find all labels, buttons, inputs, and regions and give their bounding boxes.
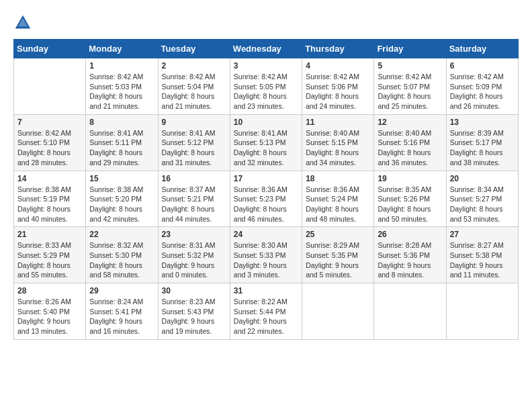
day-info: Sunrise: 8:27 AMSunset: 5:38 PMDaylight:…	[450, 240, 515, 280]
day-number: 31	[234, 286, 298, 295]
calendar-cell: 6Sunrise: 8:42 AMSunset: 5:09 PMDaylight…	[446, 58, 518, 115]
calendar-cell: 14Sunrise: 8:38 AMSunset: 5:19 PMDayligh…	[14, 171, 86, 227]
day-number: 25	[306, 230, 370, 239]
day-number: 6	[450, 61, 515, 71]
day-number: 13	[450, 118, 515, 127]
logo	[13, 13, 35, 32]
day-info: Sunrise: 8:36 AMSunset: 5:23 PMDaylight:…	[234, 185, 298, 224]
day-info: Sunrise: 8:42 AMSunset: 5:09 PMDaylight:…	[450, 72, 515, 111]
day-number: 8	[89, 118, 154, 127]
day-info: Sunrise: 8:42 AMSunset: 5:07 PMDaylight:…	[378, 72, 442, 111]
day-number: 18	[306, 174, 370, 183]
calendar-cell: 7Sunrise: 8:42 AMSunset: 5:10 PMDaylight…	[14, 114, 86, 171]
day-info: Sunrise: 8:42 AMSunset: 5:04 PMDaylight:…	[162, 72, 226, 111]
calendar-header-cell: Friday	[374, 40, 446, 58]
day-info: Sunrise: 8:22 AMSunset: 5:44 PMDaylight:…	[234, 297, 298, 336]
day-info: Sunrise: 8:23 AMSunset: 5:43 PMDaylight:…	[162, 297, 226, 336]
calendar-cell: 16Sunrise: 8:37 AMSunset: 5:21 PMDayligh…	[158, 171, 230, 227]
day-info: Sunrise: 8:34 AMSunset: 5:27 PMDaylight:…	[450, 185, 515, 224]
calendar-body: 1Sunrise: 8:42 AMSunset: 5:03 PMDaylight…	[14, 58, 519, 340]
day-number: 27	[450, 230, 515, 239]
day-number: 15	[89, 174, 154, 183]
day-info: Sunrise: 8:39 AMSunset: 5:17 PMDaylight:…	[450, 128, 515, 168]
day-number: 30	[162, 286, 226, 295]
calendar-header-cell: Sunday	[14, 40, 86, 58]
page-header	[13, 13, 519, 32]
calendar-header-row: SundayMondayTuesdayWednesdayThursdayFrid…	[14, 40, 519, 58]
calendar-cell: 23Sunrise: 8:31 AMSunset: 5:32 PMDayligh…	[158, 227, 230, 283]
day-number: 9	[162, 118, 226, 127]
day-info: Sunrise: 8:40 AMSunset: 5:16 PMDaylight:…	[378, 128, 442, 168]
day-info: Sunrise: 8:35 AMSunset: 5:26 PMDaylight:…	[378, 185, 442, 224]
day-info: Sunrise: 8:40 AMSunset: 5:15 PMDaylight:…	[306, 128, 370, 168]
day-info: Sunrise: 8:26 AMSunset: 5:40 PMDaylight:…	[17, 297, 82, 336]
day-info: Sunrise: 8:33 AMSunset: 5:29 PMDaylight:…	[17, 240, 82, 280]
day-number: 14	[17, 174, 82, 183]
day-info: Sunrise: 8:41 AMSunset: 5:13 PMDaylight:…	[234, 128, 298, 168]
calendar-week-row: 7Sunrise: 8:42 AMSunset: 5:10 PMDaylight…	[14, 114, 519, 171]
calendar-cell: 11Sunrise: 8:40 AMSunset: 5:15 PMDayligh…	[302, 114, 374, 171]
day-info: Sunrise: 8:36 AMSunset: 5:24 PMDaylight:…	[306, 185, 370, 224]
day-number: 21	[17, 230, 82, 239]
calendar-header-cell: Saturday	[446, 40, 518, 58]
calendar-week-row: 14Sunrise: 8:38 AMSunset: 5:19 PMDayligh…	[14, 171, 519, 227]
calendar-cell	[14, 58, 86, 115]
calendar-header-cell: Tuesday	[158, 40, 230, 58]
day-info: Sunrise: 8:41 AMSunset: 5:12 PMDaylight:…	[162, 128, 226, 168]
calendar-cell: 1Sunrise: 8:42 AMSunset: 5:03 PMDaylight…	[86, 58, 158, 115]
day-number: 2	[162, 61, 226, 71]
calendar-header-cell: Monday	[86, 40, 158, 58]
day-info: Sunrise: 8:32 AMSunset: 5:30 PMDaylight:…	[89, 240, 154, 280]
calendar-table: SundayMondayTuesdayWednesdayThursdayFrid…	[13, 39, 519, 340]
day-info: Sunrise: 8:30 AMSunset: 5:33 PMDaylight:…	[234, 240, 298, 280]
day-info: Sunrise: 8:42 AMSunset: 5:10 PMDaylight:…	[17, 128, 82, 168]
calendar-week-row: 21Sunrise: 8:33 AMSunset: 5:29 PMDayligh…	[14, 227, 519, 283]
calendar-header-cell: Wednesday	[230, 40, 302, 58]
calendar-cell: 17Sunrise: 8:36 AMSunset: 5:23 PMDayligh…	[230, 171, 302, 227]
day-number: 29	[89, 286, 154, 295]
calendar-cell: 10Sunrise: 8:41 AMSunset: 5:13 PMDayligh…	[230, 114, 302, 171]
calendar-cell: 31Sunrise: 8:22 AMSunset: 5:44 PMDayligh…	[230, 283, 302, 340]
calendar-cell: 29Sunrise: 8:24 AMSunset: 5:41 PMDayligh…	[86, 283, 158, 340]
calendar-cell: 25Sunrise: 8:29 AMSunset: 5:35 PMDayligh…	[302, 227, 374, 283]
calendar-cell: 30Sunrise: 8:23 AMSunset: 5:43 PMDayligh…	[158, 283, 230, 340]
generalblue-logo-icon	[13, 13, 32, 32]
day-number: 17	[234, 174, 298, 183]
calendar-cell: 13Sunrise: 8:39 AMSunset: 5:17 PMDayligh…	[446, 114, 518, 171]
calendar-cell: 5Sunrise: 8:42 AMSunset: 5:07 PMDaylight…	[374, 58, 446, 115]
day-number: 1	[89, 61, 154, 71]
calendar-cell	[374, 283, 446, 340]
day-number: 28	[17, 286, 82, 295]
day-info: Sunrise: 8:38 AMSunset: 5:19 PMDaylight:…	[17, 185, 82, 224]
day-number: 19	[378, 174, 442, 183]
day-number: 5	[378, 61, 442, 71]
day-info: Sunrise: 8:38 AMSunset: 5:20 PMDaylight:…	[89, 185, 154, 224]
day-number: 12	[378, 118, 442, 127]
day-number: 23	[162, 230, 226, 239]
calendar-week-row: 28Sunrise: 8:26 AMSunset: 5:40 PMDayligh…	[14, 283, 519, 340]
calendar-cell: 4Sunrise: 8:42 AMSunset: 5:06 PMDaylight…	[302, 58, 374, 115]
day-info: Sunrise: 8:29 AMSunset: 5:35 PMDaylight:…	[306, 240, 370, 280]
day-number: 10	[234, 118, 298, 127]
day-number: 7	[17, 118, 82, 127]
calendar-cell: 24Sunrise: 8:30 AMSunset: 5:33 PMDayligh…	[230, 227, 302, 283]
day-number: 16	[162, 174, 226, 183]
calendar-cell: 3Sunrise: 8:42 AMSunset: 5:05 PMDaylight…	[230, 58, 302, 115]
calendar-cell: 9Sunrise: 8:41 AMSunset: 5:12 PMDaylight…	[158, 114, 230, 171]
day-number: 4	[306, 61, 370, 71]
calendar-cell: 2Sunrise: 8:42 AMSunset: 5:04 PMDaylight…	[158, 58, 230, 115]
day-number: 11	[306, 118, 370, 127]
day-number: 3	[234, 61, 298, 71]
calendar-cell: 19Sunrise: 8:35 AMSunset: 5:26 PMDayligh…	[374, 171, 446, 227]
calendar-week-row: 1Sunrise: 8:42 AMSunset: 5:03 PMDaylight…	[14, 58, 519, 115]
day-info: Sunrise: 8:42 AMSunset: 5:03 PMDaylight:…	[89, 72, 154, 111]
day-number: 24	[234, 230, 298, 239]
day-info: Sunrise: 8:28 AMSunset: 5:36 PMDaylight:…	[378, 240, 442, 280]
day-number: 22	[89, 230, 154, 239]
calendar-cell: 26Sunrise: 8:28 AMSunset: 5:36 PMDayligh…	[374, 227, 446, 283]
calendar-cell: 12Sunrise: 8:40 AMSunset: 5:16 PMDayligh…	[374, 114, 446, 171]
calendar-cell: 20Sunrise: 8:34 AMSunset: 5:27 PMDayligh…	[446, 171, 518, 227]
calendar-cell: 28Sunrise: 8:26 AMSunset: 5:40 PMDayligh…	[14, 283, 86, 340]
calendar-cell: 27Sunrise: 8:27 AMSunset: 5:38 PMDayligh…	[446, 227, 518, 283]
day-info: Sunrise: 8:42 AMSunset: 5:06 PMDaylight:…	[306, 72, 370, 111]
